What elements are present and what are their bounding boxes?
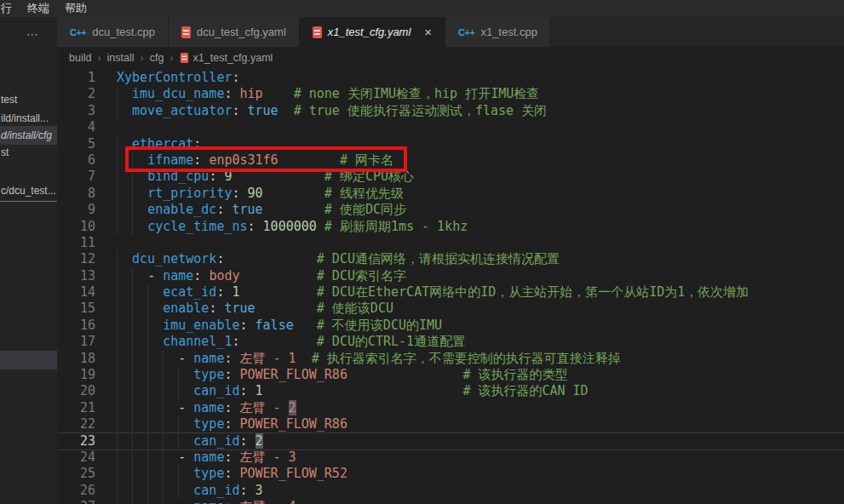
code-line-23[interactable]: 23 can_id: 2 [57, 433, 844, 450]
code-line-text: - name: 左臂 - 3 [117, 450, 296, 465]
breadcrumb-item[interactable]: install [107, 52, 135, 64]
line-number[interactable]: 26 [57, 483, 95, 499]
line-number[interactable]: 8 [57, 186, 95, 202]
code-line-text: ecat_id: 1 # DCU在EtherCAT网络中的ID，从主站开始，第一… [117, 284, 749, 300]
indent-guide [163, 450, 164, 466]
explorer-item-build-install[interactable]: ild/install... [0, 109, 57, 128]
line-number[interactable]: 2 [57, 86, 95, 102]
line-number[interactable]: 5 [57, 136, 95, 152]
code-line-16[interactable]: 16 imu_enable: false # 不使用该DCU的IMU [57, 318, 844, 334]
indent-guide [132, 499, 133, 504]
indent-guide [163, 483, 164, 499]
explorer-item-install-cfg[interactable]: d/install/cfg [0, 126, 57, 145]
code-line-11[interactable]: 11 [57, 235, 844, 251]
line-number[interactable]: 21 [57, 400, 95, 416]
indent-guide [178, 416, 179, 432]
code-line-24[interactable]: 24 - name: 左臂 - 3 [57, 450, 844, 466]
code-line-text: type: POWER_FLOW_R52 [117, 466, 347, 481]
code-line-2[interactable]: 2 imu_dcu_name: hip # none 关闭IMU检查，hip 打… [57, 86, 844, 102]
breadcrumb-item[interactable]: cfg [150, 52, 164, 64]
line-number[interactable]: 18 [57, 351, 95, 367]
code-line-18[interactable]: 18 - name: 左臂 - 1 # 执行器索引名字，不需要控制的执行器可直接… [57, 351, 844, 367]
code-line-15[interactable]: 15 enable: true # 使能该DCU [57, 301, 844, 317]
indent-guide [147, 483, 148, 499]
explorer-item-st[interactable]: st [0, 143, 57, 162]
indent-guide [132, 284, 133, 301]
menu-item-help[interactable]: 帮助 [57, 1, 95, 16]
tab-x1_test-cpp[interactable]: C++x1_test.cpp [445, 17, 551, 47]
code-line-12[interactable]: 12 dcu_network: # DCU通信网络，请根据实机连接情况配置 [57, 251, 844, 267]
breadcrumb-item[interactable]: build [69, 52, 91, 64]
code-line-17[interactable]: 17 channel_1: # DCU的CTRL-1通道配置 [57, 334, 844, 350]
indent-guide [117, 483, 118, 499]
indent-guide [117, 186, 118, 202]
line-number[interactable]: 24 [57, 450, 95, 466]
code-line-21[interactable]: 21 - name: 左臂 - 2 [57, 400, 844, 416]
cpp-file-icon: C++ [70, 27, 86, 37]
indent-guide [147, 351, 148, 367]
line-number[interactable]: 3 [57, 103, 95, 119]
line-number[interactable]: 4 [57, 119, 95, 135]
indent-guide [132, 383, 133, 399]
indent-guide [147, 400, 148, 416]
code-line-text: move_actuator: true # true 使能执行器运动测试，fla… [117, 103, 547, 118]
annotation-red-box [125, 146, 407, 172]
line-number[interactable]: 9 [57, 202, 95, 218]
line-number[interactable]: 14 [57, 284, 95, 301]
indent-guide [117, 416, 118, 432]
line-number[interactable]: 20 [57, 383, 95, 399]
line-number[interactable]: 11 [57, 235, 95, 251]
tab-bar: C++dcu_test.cppdcu_test_cfg.yamlx1_test_… [57, 17, 844, 47]
explorer-item-dcu-test[interactable]: c/dcu_test... [0, 181, 57, 202]
close-icon[interactable]: × [424, 26, 432, 38]
line-number[interactable]: 15 [57, 301, 95, 317]
code-editor[interactable]: 1XyberController:2 imu_dcu_name: hip # n… [57, 68, 844, 504]
explorer-selection-band[interactable] [0, 351, 57, 369]
indent-guide [117, 433, 118, 450]
breadcrumb-item-file[interactable]: x1_test_cfg.yaml [180, 52, 273, 64]
line-number[interactable]: 23 [57, 433, 95, 450]
line-number[interactable]: 25 [57, 466, 95, 482]
line-number[interactable]: 19 [57, 367, 95, 383]
line-number[interactable]: 10 [57, 219, 95, 235]
tab-label: x1_test_cfg.yaml [328, 26, 411, 38]
code-line-8[interactable]: 8 rt_priority: 90 # 线程优先级 [57, 186, 844, 202]
code-line-22[interactable]: 22 type: POWER_FLOW_R86 [57, 416, 844, 432]
code-line-20[interactable]: 20 can_id: 1 # 该执行器的CAN ID [57, 383, 844, 399]
code-line-text: - name: 左臂 - 1 # 执行器索引名字，不需要控制的执行器可直接注释掉 [117, 351, 621, 366]
line-number[interactable]: 6 [57, 152, 95, 169]
line-number[interactable]: 1 [57, 70, 95, 86]
tab-x1_test_cfg-yaml[interactable]: x1_test_cfg.yaml× [300, 17, 445, 47]
code-line-14[interactable]: 14 ecat_id: 1 # DCU在EtherCAT网络中的ID，从主站开始… [57, 284, 844, 301]
line-number[interactable]: 12 [57, 251, 95, 267]
code-line-4[interactable]: 4 [57, 119, 844, 135]
code-line-3[interactable]: 3 move_actuator: true # true 使能执行器运动测试，f… [57, 103, 844, 119]
indent-guide [132, 334, 133, 350]
line-number[interactable]: 16 [57, 318, 95, 334]
more-actions-icon[interactable]: ⋯ [26, 27, 39, 41]
yaml-file-icon [181, 26, 191, 38]
line-number[interactable]: 22 [57, 416, 95, 432]
explorer-item-test[interactable]: test [0, 90, 57, 109]
line-number[interactable]: 27 [57, 499, 95, 504]
tab-dcu_test_cfg-yaml[interactable]: dcu_test_cfg.yaml [169, 17, 300, 47]
line-number[interactable]: 7 [57, 169, 95, 185]
line-number[interactable]: 17 [57, 334, 95, 350]
code-line-27[interactable]: 27 - name: 左臂 - 4 [57, 499, 844, 504]
menu-item-run[interactable]: 行 [0, 1, 20, 16]
menu-item-terminal[interactable]: 终端 [20, 1, 57, 16]
code-line-1[interactable]: 1XyberController: [57, 70, 844, 86]
indent-guide [117, 351, 118, 367]
tab-label: dcu_test.cpp [92, 26, 155, 38]
tab-label: dcu_test_cfg.yaml [197, 26, 286, 38]
line-number[interactable]: 13 [57, 268, 95, 284]
code-line-25[interactable]: 25 type: POWER_FLOW_R52 [57, 466, 844, 482]
code-line-13[interactable]: 13 - name: body # DCU索引名字 [57, 268, 844, 284]
code-line-26[interactable]: 26 can_id: 3 [57, 483, 844, 499]
code-line-9[interactable]: 9 enable_dc: true # 使能DC同步 [57, 202, 844, 218]
indent-guide [117, 334, 118, 350]
code-line-19[interactable]: 19 type: POWER_FLOW_R86 # 该执行器的类型 [57, 367, 844, 383]
code-line-10[interactable]: 10 cycle_time_ns: 1000000 # 刷新周期1ms - 1k… [57, 219, 844, 235]
tab-dcu_test-cpp[interactable]: C++dcu_test.cpp [57, 17, 169, 47]
indent-guide [117, 318, 118, 334]
